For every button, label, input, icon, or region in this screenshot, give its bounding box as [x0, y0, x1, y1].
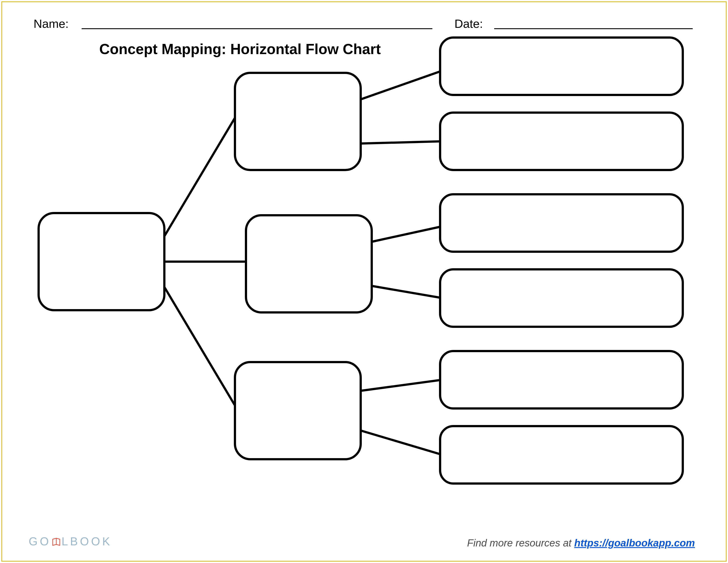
goalbook-logo: GO LBOOK: [29, 535, 112, 548]
leaf-box-3[interactable]: [440, 269, 683, 327]
leaf-box-1[interactable]: [440, 113, 683, 170]
connector-mid-leaf-0: [361, 71, 442, 99]
mid-box-2[interactable]: [235, 362, 361, 459]
flow-chart-diagram: [0, 0, 728, 563]
logo-text-a: GO: [29, 535, 51, 548]
leaf-box-0[interactable]: [440, 38, 683, 95]
leaf-box-2[interactable]: [440, 194, 683, 252]
resources-note: Find more resources at https://goalbooka…: [467, 537, 695, 549]
connector-root-mid-0: [164, 110, 239, 236]
root-box[interactable]: [39, 213, 164, 310]
leaf-box-4[interactable]: [440, 351, 683, 409]
resources-prefix: Find more resources at: [467, 537, 574, 549]
leaf-box-5[interactable]: [440, 426, 683, 484]
connector-root-mid-2: [164, 287, 239, 413]
resources-link[interactable]: https://goalbookapp.com: [574, 537, 695, 549]
connector-mid-leaf-3: [372, 286, 442, 298]
logo-text-b: LBOOK: [62, 535, 112, 548]
connector-mid-leaf-4: [361, 380, 442, 391]
mid-box-1[interactable]: [246, 215, 372, 313]
mid-box-0[interactable]: [235, 73, 361, 170]
connector-mid-leaf-2: [372, 226, 442, 242]
connector-mid-leaf-5: [361, 431, 442, 455]
worksheet-footer: GO LBOOK Find more resources at https://…: [0, 532, 728, 559]
connector-mid-leaf-1: [361, 141, 442, 143]
book-icon: [51, 536, 61, 546]
